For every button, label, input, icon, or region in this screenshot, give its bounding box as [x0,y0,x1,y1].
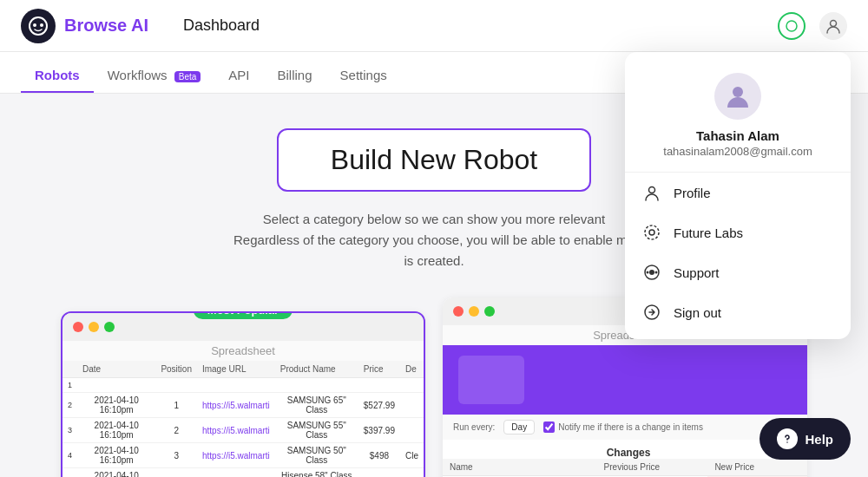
build-new-robot-button[interactable]: Build New Robot [277,128,591,192]
col-product: Product Name [275,361,358,378]
table-row: 52021-04-10 16:10pm4https://i5.walmartiH… [62,468,424,478]
yellow-dot [89,322,99,332]
dropdown-user-info: Tahasin Alam tahasinalam2008@gmail.com [625,73,851,173]
spreadsheet-card: Most Popular Spreadsheet Date Position I… [61,311,425,477]
yellow-dot-2 [469,306,479,317]
logo-text: Browse AI [64,16,148,36]
changes-table: Name Previous Price New Price SAMSUNG 65… [443,459,807,477]
notify-checkbox[interactable] [543,421,555,433]
card-title: Spreadsheet [62,341,424,361]
nav-item-workflows[interactable]: Workflows Beta [94,68,215,93]
changes-col-new: New Price [707,459,807,476]
nav-item-api[interactable]: API [214,68,263,93]
dropdown-email: tahasinalam2008@gmail.com [642,145,833,158]
changes-col-name: Name [443,459,597,476]
table-row: 22021-04-10 16:10pm1https://i5.walmartiS… [62,393,424,418]
green-dot [104,322,115,332]
dropdown-item-signout[interactable]: Sign out [625,292,851,332]
help-icon [777,428,798,449]
profile-icon [642,183,661,202]
svg-rect-5 [458,356,524,404]
red-dot-2 [453,306,464,317]
col-deal: De [400,361,424,378]
avatar [714,73,761,120]
subtitle: Select a category below so we can show y… [191,209,677,271]
profile-label: Profile [674,186,711,200]
col-num [62,361,77,378]
dropdown-item-future-labs[interactable]: Future Labs [625,212,851,252]
nav-item-robots[interactable]: Robots [21,68,94,93]
svg-point-9 [649,230,654,235]
user-dropdown: Tahasin Alam tahasinalam2008@gmail.com P… [625,52,851,339]
signout-label: Sign out [674,305,721,320]
help-button[interactable]: Help [760,418,851,460]
svg-point-11 [649,270,654,275]
signout-icon [642,303,661,322]
table-row: 1 [62,378,424,393]
green-dot-2 [484,306,495,317]
support-icon [642,263,661,282]
future-labs-label: Future Labs [674,225,743,240]
svg-point-7 [649,187,655,193]
svg-point-12 [647,271,649,274]
spreadsheet-table: Date Position Image URL Product Name Pri… [62,361,424,477]
svg-point-2 [40,23,43,27]
logo-text-accent: AI [131,16,148,35]
nav-item-settings[interactable]: Settings [326,68,401,93]
header-actions [778,12,847,40]
header-title: Dashboard [183,16,260,35]
col-position: Position [155,361,197,378]
changes-col-prev: Previous Price [597,459,708,476]
notification-button[interactable] [778,12,806,40]
dropdown-item-profile[interactable]: Profile [625,173,851,212]
table-row: 42021-04-10 16:10pm3https://i5.walmartiS… [62,443,424,468]
nav-item-billing[interactable]: Billing [264,68,326,93]
beta-badge: Beta [174,71,201,82]
col-date: Date [77,361,155,378]
svg-point-0 [30,17,47,35]
svg-point-3 [786,21,797,31]
svg-point-13 [655,271,658,274]
svg-point-4 [831,20,837,26]
dropdown-username: Tahasin Alam [642,128,833,143]
card2-purple-top [443,345,807,415]
col-price: Price [358,361,400,378]
logo-text-regular: Browse [64,16,131,35]
col-image-url: Image URL [197,361,275,378]
red-dot [73,322,83,332]
most-popular-badge: Most Popular [194,311,293,319]
user-menu-button[interactable] [819,12,847,40]
help-label: Help [805,432,833,447]
svg-point-1 [33,23,36,27]
header: Browse AI Dashboard [0,0,868,52]
svg-point-15 [787,441,789,443]
changes-controls: Run every: Day Notify me if there is a c… [443,415,807,440]
changes-section-title: Changes [443,440,807,459]
dropdown-item-support[interactable]: Support [625,252,851,292]
svg-point-6 [733,87,743,97]
support-label: Support [674,265,720,280]
logo-icon [21,9,56,43]
table-row: 32021-04-10 16:10pm2https://i5.walmartiS… [62,418,424,443]
logo-area: Browse AI [21,9,148,43]
svg-point-8 [645,225,659,239]
future-labs-icon [642,223,661,242]
